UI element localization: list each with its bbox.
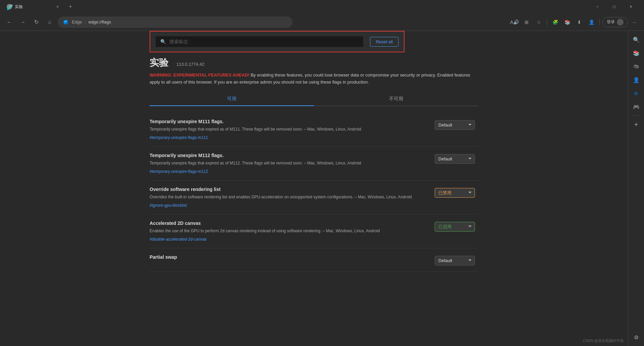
main-content: 🔍 Reset all 实验 113.0.1774.42 WARNING: EX… [0, 31, 628, 346]
sign-in-button[interactable]: 登录 [602, 17, 628, 27]
tab-unavailable[interactable]: 不可用 [314, 93, 478, 106]
flag-select-canvas[interactable]: Default 已启用 Disabled [435, 222, 475, 232]
watermark: CSDN @喜欢电脑的平装 [583, 338, 624, 343]
extensions-icon[interactable]: 🧩 [550, 17, 560, 28]
page-title: 实验 [150, 56, 168, 69]
back-button[interactable]: ← [4, 17, 15, 28]
forward-button[interactable]: → [17, 17, 28, 28]
flag-desc: Overrides the built-in software renderin… [150, 194, 428, 200]
toolbar-divider [547, 19, 547, 26]
flag-item-m111: Temporarily unexpire M111 flags. Tempora… [150, 113, 478, 147]
title-bar: 🧪 实验 × + − □ × [0, 0, 644, 13]
flag-item-m112: Temporarily unexpire M112 flags. Tempora… [150, 147, 478, 181]
right-sidebar: 🔍 📚 🛍 👤 O 🎮 + ⚙ [628, 31, 644, 346]
sidebar-add-icon[interactable]: + [630, 118, 642, 131]
flag-name: Accelerated 2D canvas [150, 220, 428, 226]
flag-link[interactable]: #temporary-unexpire-flags-m111 [150, 135, 208, 140]
sign-in-label: 登录 [607, 19, 615, 25]
avatar-circle [617, 19, 624, 26]
active-tab[interactable]: 🧪 实验 × [3, 1, 63, 12]
flag-desc: Enables the use of the GPU to perform 2d… [150, 228, 428, 234]
flag-item-canvas: Accelerated 2D canvas Enables the use of… [150, 214, 478, 248]
minimize-button[interactable]: − [590, 0, 605, 13]
flag-link[interactable]: #temporary-unexpire-flags-m112 [150, 169, 208, 174]
flag-link[interactable]: #disable-accelerated-2d-canvas [150, 237, 207, 242]
flag-select-gpu[interactable]: Default Enabled 已禁用 [435, 188, 475, 198]
flag-info: Temporarily unexpire M112 flags. Tempora… [150, 153, 428, 174]
page-title-row: 实验 113.0.1774.42 [150, 52, 478, 72]
sidebar-person-icon[interactable]: 👤 [630, 74, 642, 86]
address-divider: | [85, 19, 86, 24]
flag-info: Accelerated 2D canvas Enables the use of… [150, 220, 428, 242]
flag-name: Temporarily unexpire M111 flags. [150, 119, 428, 124]
warning-highlight: WARNING: EXPERIMENTAL FEATURES AHEAD! [150, 72, 250, 78]
reset-all-button[interactable]: Reset all [370, 37, 398, 47]
tab-close-button[interactable]: × [56, 4, 59, 9]
more-button[interactable]: ··· [629, 17, 640, 28]
sidebar-divider [632, 115, 641, 116]
flag-desc: Temporarily unexpire flags that expired … [150, 126, 428, 132]
flag-info: Partial swap [150, 254, 428, 262]
flag-desc: Temporarily unexpire flags that expired … [150, 160, 428, 166]
collections-icon[interactable]: 📚 [562, 17, 573, 28]
address-url: edge://flags [89, 19, 111, 24]
flag-info: Override software rendering list Overrid… [150, 187, 428, 208]
sidebar-collection-icon[interactable]: 📚 [630, 47, 642, 59]
flag-link[interactable]: #ignore-gpu-blocklist [150, 203, 187, 208]
sidebar-outlook-icon[interactable]: O [630, 87, 642, 99]
flags-page: 🔍 Reset all 实验 113.0.1774.42 WARNING: EX… [136, 31, 492, 285]
version-label: 113.0.1774.42 [176, 62, 204, 67]
flag-name: Partial swap [150, 254, 428, 260]
read-aloud-icon[interactable]: A🔊 [509, 17, 520, 28]
flag-control[interactable]: Default Enabled 已禁用 [435, 188, 478, 198]
tab-favicon: 🧪 [7, 4, 12, 9]
address-bar[interactable]: Edge | edge://flags [58, 16, 292, 28]
toolbar-icons: A🔊 ⊞ ☆ 🧩 📚 ⬇ 👤 登录 ··· [509, 17, 640, 28]
split-screen-icon[interactable]: ⊞ [521, 17, 532, 28]
flag-item-swap: Partial swap Default Enabled Disabled [150, 248, 478, 272]
search-input[interactable] [169, 39, 359, 44]
new-tab-button[interactable]: + [66, 2, 75, 11]
flag-control[interactable]: Default Enabled Disabled [435, 154, 478, 164]
svg-point-0 [63, 20, 68, 24]
navigation-bar: ← → ↻ ⌂ Edge | edge://flags A🔊 ⊞ ☆ 🧩 📚 ⬇… [0, 13, 644, 31]
sidebar-bottom: ⚙ [630, 331, 642, 343]
favorites-icon[interactable]: ☆ [533, 17, 544, 28]
window-controls: − □ × [590, 0, 639, 13]
flag-select-swap[interactable]: Default Enabled Disabled [435, 256, 475, 265]
tab-area: 🧪 实验 × + [3, 1, 587, 12]
sidebar-games-icon[interactable]: 🎮 [630, 101, 642, 113]
edge-brand-label: Edge [72, 19, 82, 24]
tab-available[interactable]: 可用 [150, 93, 314, 106]
flag-control[interactable]: Default Enabled Disabled [435, 256, 478, 265]
flag-name: Temporarily unexpire M112 flags. [150, 153, 428, 158]
home-button[interactable]: ⌂ [44, 17, 55, 28]
search-icon: 🔍 [160, 39, 166, 44]
warning-text: WARNING: EXPERIMENTAL FEATURES AHEAD! By… [150, 72, 478, 86]
flag-select-m111[interactable]: Default Enabled Disabled [435, 120, 475, 130]
tab-title: 实验 [15, 4, 54, 10]
sidebar-shopping-icon[interactable]: 🛍 [630, 60, 642, 72]
toolbar-divider-2 [599, 19, 600, 26]
refresh-button[interactable]: ↻ [31, 17, 42, 28]
account-icon[interactable]: 👤 [586, 17, 597, 28]
flag-info: Temporarily unexpire M111 flags. Tempora… [150, 119, 428, 140]
sidebar-search-icon[interactable]: 🔍 [630, 34, 642, 46]
download-icon[interactable]: ⬇ [574, 17, 585, 28]
maximize-button[interactable]: □ [606, 0, 622, 13]
watermark-text: CSDN @喜欢电脑的平装 [583, 339, 624, 343]
sidebar-customize-icon[interactable]: ⚙ [630, 331, 642, 343]
tabs-row: 可用 不可用 [150, 93, 478, 106]
search-container[interactable]: 🔍 [156, 36, 363, 47]
edge-logo-icon [62, 19, 69, 26]
flag-control[interactable]: Default Enabled Disabled [435, 120, 478, 130]
flag-item-gpu: Override software rendering list Overrid… [150, 181, 478, 214]
flag-select-m112[interactable]: Default Enabled Disabled [435, 154, 475, 164]
flag-name: Override software rendering list [150, 187, 428, 192]
close-button[interactable]: × [623, 0, 639, 13]
flag-control[interactable]: Default 已启用 Disabled [435, 222, 478, 232]
